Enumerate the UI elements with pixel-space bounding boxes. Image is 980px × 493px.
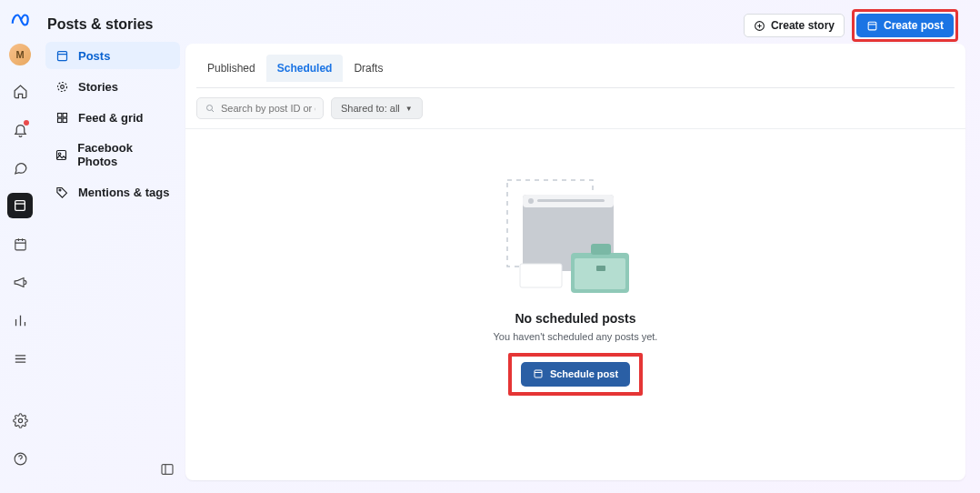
button-label: Create story: [771, 19, 835, 32]
home-icon[interactable]: [7, 78, 33, 104]
svg-rect-26: [591, 244, 611, 255]
empty-subtitle: You haven't scheduled any posts yet.: [494, 331, 658, 342]
empty-illustration: [503, 178, 648, 306]
help-icon[interactable]: [7, 446, 33, 471]
content-icon[interactable]: [7, 193, 33, 218]
main-area: Posts & stories Create story Create post…: [185, 0, 980, 493]
svg-rect-28: [535, 370, 542, 377]
svg-point-13: [59, 189, 61, 191]
svg-rect-9: [57, 118, 61, 122]
button-label: Schedule post: [550, 368, 618, 379]
megaphone-icon[interactable]: [7, 269, 33, 295]
sidebar-item-posts[interactable]: Posts: [45, 42, 180, 69]
schedule-post-highlight: Schedule post: [508, 353, 643, 396]
shared-to-filter[interactable]: Shared to: all ▼: [331, 97, 423, 119]
secondary-sidebar: Posts Stories Feed & grid Facebook Photo…: [40, 0, 185, 493]
empty-state: No scheduled posts You haven't scheduled…: [185, 129, 965, 480]
empty-title: No scheduled posts: [515, 311, 635, 326]
grid-icon: [55, 110, 69, 125]
svg-rect-7: [57, 113, 61, 116]
filters-row: Shared to: all ▼: [185, 88, 965, 128]
create-story-button[interactable]: Create story: [744, 14, 845, 37]
svg-rect-25: [575, 258, 625, 289]
page-title: Posts & stories: [47, 16, 153, 33]
button-label: Create post: [884, 19, 944, 32]
sidebar-item-label: Feed & grid: [78, 111, 144, 125]
svg-rect-16: [868, 22, 876, 30]
tab-scheduled[interactable]: Scheduled: [266, 55, 344, 82]
chip-label: Shared to: all: [341, 103, 400, 114]
svg-rect-22: [537, 199, 605, 202]
tag-icon: [55, 185, 69, 199]
search-input-wrap[interactable]: [196, 97, 324, 119]
calendar-icon[interactable]: [7, 231, 33, 257]
sidebar-item-feed[interactable]: Feed & grid: [45, 104, 180, 131]
svg-point-5: [57, 82, 66, 91]
tab-drafts[interactable]: Drafts: [343, 55, 394, 82]
search-icon: [205, 103, 215, 114]
stories-icon: [55, 79, 69, 94]
icon-rail: M: [0, 0, 40, 493]
create-post-button[interactable]: Create post: [856, 14, 954, 37]
svg-rect-8: [63, 113, 66, 116]
sidebar-item-label: Posts: [78, 49, 110, 63]
avatar[interactable]: M: [9, 44, 31, 65]
svg-rect-4: [57, 51, 66, 60]
svg-rect-0: [15, 201, 25, 211]
collapse-sidebar-icon[interactable]: [160, 462, 176, 478]
svg-rect-23: [520, 264, 562, 287]
svg-point-12: [58, 153, 61, 156]
plus-circle-icon: [754, 20, 765, 32]
svg-rect-27: [596, 266, 605, 271]
post-icon: [866, 20, 878, 32]
svg-rect-14: [162, 465, 173, 475]
svg-point-21: [528, 198, 534, 204]
svg-point-17: [207, 106, 213, 111]
svg-point-2: [18, 418, 22, 422]
sidebar-item-label: Stories: [78, 80, 118, 94]
chat-icon[interactable]: [7, 155, 33, 180]
caret-down-icon: ▼: [405, 105, 413, 113]
post-icon: [533, 368, 545, 380]
schedule-post-button[interactable]: Schedule post: [521, 362, 630, 387]
sidebar-item-label: Mentions & tags: [78, 186, 169, 199]
sidebar-item-mentions[interactable]: Mentions & tags: [45, 178, 180, 206]
svg-rect-1: [15, 239, 25, 249]
sidebar-item-stories[interactable]: Stories: [45, 73, 180, 100]
svg-rect-11: [57, 150, 66, 159]
photos-icon: [55, 147, 68, 162]
tab-published[interactable]: Published: [196, 55, 266, 82]
posts-icon: [55, 48, 69, 63]
svg-point-6: [60, 85, 64, 88]
tabs: Published Scheduled Drafts: [185, 44, 965, 82]
content-panel: Published Scheduled Drafts Shared to: al…: [185, 44, 965, 480]
sidebar-item-label: Facebook Photos: [77, 141, 171, 168]
insights-icon[interactable]: [7, 307, 33, 333]
create-post-highlight: Create post: [852, 9, 958, 42]
meta-logo[interactable]: [9, 9, 31, 31]
search-input[interactable]: [221, 103, 315, 114]
settings-icon[interactable]: [7, 407, 33, 433]
bell-icon[interactable]: [7, 116, 33, 142]
svg-rect-10: [63, 118, 66, 122]
menu-icon[interactable]: [7, 346, 33, 371]
sidebar-item-photos[interactable]: Facebook Photos: [45, 135, 180, 175]
